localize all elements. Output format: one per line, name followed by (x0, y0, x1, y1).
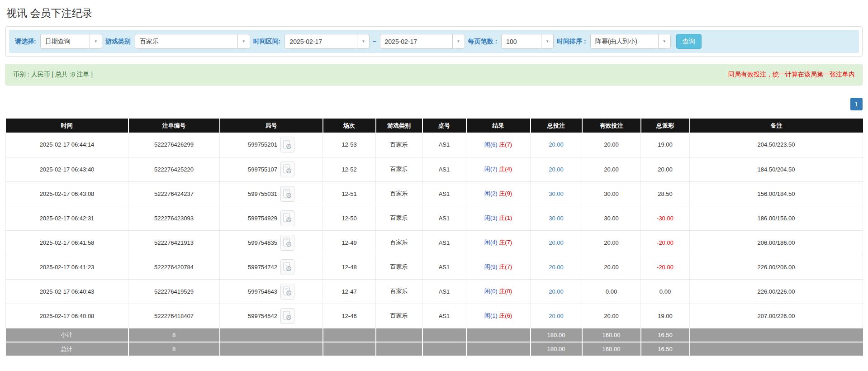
total-bet-link[interactable]: 30.00 (549, 190, 564, 197)
time-sort-select[interactable]: 降幂(由大到小) ▼ (590, 34, 671, 49)
cell-total-bet: 20.00 (531, 255, 582, 279)
round-video-button[interactable] (280, 235, 294, 251)
result-banker: 庄(7) (499, 263, 512, 270)
cell-table-id: AS1 (422, 181, 466, 206)
cell-time: 2025-02-17 06:41:58 (6, 230, 128, 255)
cell-remark: 226.00/206.00 (690, 255, 863, 279)
table-head: 时间注单编号局号场次游戏类别桌号结果总投注有效投注总派彩备注 (6, 119, 863, 133)
cell-time: 2025-02-17 06:41:23 (6, 255, 128, 279)
cell-remark: 204.50/223.50 (690, 133, 863, 157)
subtotal-row-time: 小计 (6, 328, 128, 342)
cell-round-id: 599754742 (220, 255, 323, 279)
round-id-value: 599755201 (248, 141, 277, 148)
cell-round-id: 599754643 (220, 279, 323, 304)
round-video-button[interactable] (280, 186, 294, 202)
table-row: 2025-02-17 06:43:40522276425220599755107… (6, 157, 863, 181)
table-row: 2025-02-17 06:43:08522276424237599755031… (6, 181, 863, 206)
column-header-table-id: 桌号 (422, 119, 466, 133)
round-video-button[interactable] (280, 284, 294, 300)
total-bet-link[interactable]: 20.00 (549, 313, 564, 319)
total-row-session (323, 342, 376, 356)
subtotal-row-session (323, 328, 376, 342)
video-icon (283, 189, 292, 199)
cell-result: 闲(7) 庄(4) (466, 157, 531, 181)
round-video-button[interactable] (280, 162, 294, 177)
column-header-game-type: 游戏类别 (376, 119, 422, 133)
subtotal-row-game-type (376, 328, 422, 342)
cell-valid-bet: 20.00 (582, 133, 641, 157)
video-icon (283, 238, 292, 247)
column-header-session: 场次 (323, 119, 376, 133)
total-bet-link[interactable]: 20.00 (549, 141, 564, 148)
cell-total-bet: 30.00 (531, 206, 582, 230)
cell-valid-bet: 20.00 (582, 157, 641, 181)
total-bet-link[interactable]: 20.00 (549, 239, 564, 246)
table-body: 2025-02-17 06:44:14522276426299599755201… (6, 133, 863, 356)
summary-bar: 币别 : 人民币 | 总共 :8 注单 | 同局有效投注，统一计算在该局第一张注… (5, 64, 863, 86)
round-video-button[interactable] (280, 308, 294, 324)
column-header-round-id: 局号 (220, 119, 323, 133)
cell-game-type: 百家乐 (376, 279, 422, 304)
total-bet-link[interactable]: 20.00 (549, 264, 564, 271)
cell-session: 12-51 (323, 181, 376, 206)
page-title: 视讯 会员下注纪录 (6, 6, 863, 20)
video-icon (283, 311, 292, 321)
round-id-value: 599754643 (248, 288, 277, 295)
cell-bet-id: 522276423093 (128, 206, 220, 230)
date-from-select[interactable]: 2025-02-17 ▼ (285, 34, 370, 49)
cell-payout: -20.00 (641, 230, 690, 255)
game-category-select[interactable]: 百家乐 ▼ (135, 34, 250, 49)
cell-result: 闲(2) 庄(9) (466, 181, 531, 206)
page-size-select[interactable]: 100 ▼ (501, 34, 554, 49)
total-bet-link[interactable]: 30.00 (549, 215, 564, 222)
cell-game-type: 百家乐 (376, 206, 422, 230)
total-bet-link[interactable]: 20.00 (549, 166, 564, 173)
query-button[interactable]: 查询 (676, 34, 702, 49)
column-header-payout: 总派彩 (641, 119, 690, 133)
cell-bet-id: 522276424237 (128, 181, 220, 206)
video-icon (283, 140, 292, 150)
cell-time: 2025-02-17 06:43:40 (6, 157, 128, 181)
subtotal-row-result (466, 328, 531, 342)
round-video-button[interactable] (280, 259, 294, 275)
caret-down-icon: ▼ (237, 34, 250, 48)
subtotal-row: 小计8180.00160.0016.50 (6, 328, 863, 342)
date-range-separator: ~ (373, 38, 376, 45)
cell-game-type: 百家乐 (376, 255, 422, 279)
caret-down-icon: ▼ (357, 34, 369, 48)
table-row: 2025-02-17 06:40:08522276418407599754542… (6, 304, 863, 328)
round-id-value: 599754835 (248, 239, 277, 246)
cell-session: 12-47 (323, 279, 376, 304)
cell-table-id: AS1 (422, 157, 466, 181)
query-type-select[interactable]: 日期查询 ▼ (40, 34, 102, 49)
cell-game-type: 百家乐 (376, 304, 422, 328)
cell-session: 12-48 (323, 255, 376, 279)
caret-down-icon: ▼ (452, 34, 465, 48)
cell-bet-id: 522276420784 (128, 255, 220, 279)
caret-down-icon: ▼ (541, 34, 553, 48)
filter-bar: 请选择: 日期查询 ▼ 游戏类别 百家乐 ▼ 时间区间: 2025-02-17 … (9, 30, 859, 53)
cell-total-bet: 30.00 (531, 181, 582, 206)
table-row: 2025-02-17 06:41:58522276421913599754835… (6, 230, 863, 255)
header-row: 时间注单编号局号场次游戏类别桌号结果总投注有效投注总派彩备注 (6, 119, 863, 133)
cell-total-bet: 20.00 (531, 230, 582, 255)
cell-time: 2025-02-17 06:44:14 (6, 133, 128, 157)
cell-game-type: 百家乐 (376, 133, 422, 157)
page-1-button[interactable]: 1 (850, 98, 863, 110)
total-row-game-type (376, 342, 422, 356)
round-video-button[interactable] (280, 137, 294, 152)
round-video-button[interactable] (280, 210, 294, 226)
cell-valid-bet: 20.00 (582, 230, 641, 255)
total-row-round-id (220, 342, 323, 356)
result-player: 闲(7) (484, 166, 498, 172)
cell-valid-bet: 20.00 (582, 255, 641, 279)
cell-session: 12-46 (323, 304, 376, 328)
video-icon (283, 262, 292, 272)
total-bet-link[interactable]: 20.00 (549, 288, 564, 295)
page-size-label: 每页笔数 : (468, 38, 498, 46)
cell-result: 闲(9) 庄(7) (466, 255, 531, 279)
result-banker: 庄(4) (499, 166, 512, 172)
cell-table-id: AS1 (422, 133, 466, 157)
date-to-select[interactable]: 2025-02-17 ▼ (380, 34, 465, 49)
cell-valid-bet: 30.00 (582, 181, 641, 206)
